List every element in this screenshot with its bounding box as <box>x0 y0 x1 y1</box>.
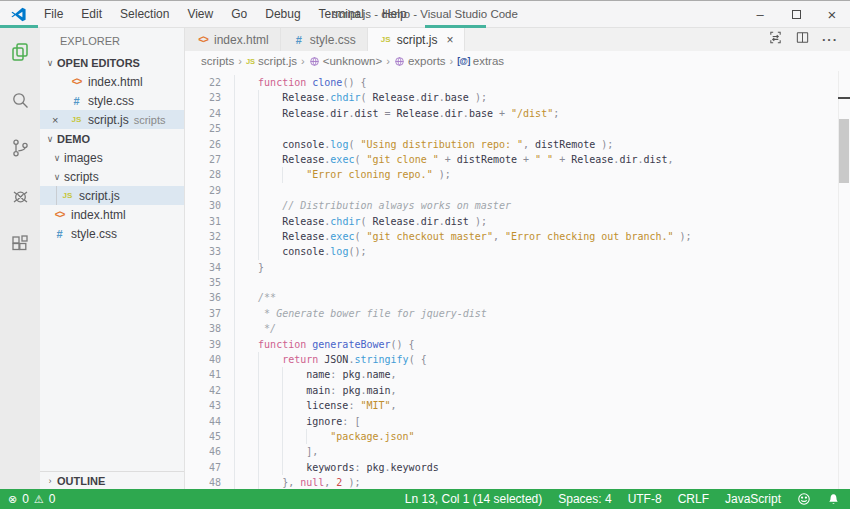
line-number[interactable]: 33 <box>185 244 221 259</box>
breadcrumb-item-scripts[interactable]: scripts <box>201 55 234 67</box>
encoding-status[interactable]: UTF-8 <box>628 492 662 506</box>
line-number[interactable]: 38 <box>185 321 221 336</box>
code-line-45[interactable]: 45"package.json" <box>185 429 850 444</box>
line-number[interactable]: 37 <box>185 306 221 321</box>
line-number[interactable]: 35 <box>185 275 221 290</box>
chevron-down-icon[interactable]: ∨ <box>50 153 64 163</box>
split-editor-icon[interactable] <box>795 30 810 49</box>
code-editor[interactable]: 22function clone() {23Release.chdir( Rel… <box>185 71 850 489</box>
tab-index.html[interactable]: <>index.html <box>185 28 281 51</box>
code-line-46[interactable]: 46], <box>185 444 850 459</box>
line-number[interactable]: 48 <box>185 475 221 489</box>
maximize-button[interactable] <box>778 1 814 27</box>
line-number[interactable]: 23 <box>185 90 221 105</box>
line-number[interactable]: 31 <box>185 214 221 229</box>
close-tab-icon[interactable]: × <box>446 33 453 47</box>
code-line-34[interactable]: 34} <box>185 260 850 275</box>
open-editor-index.html[interactable]: <>index.html <box>40 72 184 91</box>
eol-status[interactable]: CRLF <box>678 492 709 506</box>
code-line-25[interactable]: 25 <box>185 121 850 136</box>
menu-edit[interactable]: Edit <box>72 1 111 27</box>
line-number[interactable]: 28 <box>185 167 221 182</box>
notifications-bell-icon[interactable] <box>827 493 840 506</box>
line-number[interactable]: 22 <box>185 75 221 90</box>
tree-item-style.css[interactable]: #style.css <box>40 224 184 243</box>
line-number[interactable]: 26 <box>185 137 221 152</box>
code-line-40[interactable]: 40return JSON.stringify( { <box>185 352 850 367</box>
debug-icon[interactable] <box>0 172 40 220</box>
line-number[interactable]: 30 <box>185 198 221 213</box>
code-line-43[interactable]: 43license: "MIT", <box>185 398 850 413</box>
close-button[interactable]: × <box>814 1 850 27</box>
outline-header[interactable]: › OUTLINE <box>40 471 184 489</box>
minimize-button[interactable]: – <box>742 1 778 27</box>
menu-help[interactable]: Help <box>373 1 416 27</box>
chevron-down-icon[interactable]: ∨ <box>50 172 64 182</box>
problems-status[interactable]: ⊗ 0 ⚠ 0 <box>8 492 55 506</box>
code-line-48[interactable]: 48}, null, 2 ); <box>185 475 850 489</box>
code-line-41[interactable]: 41name: pkg.name, <box>185 367 850 382</box>
code-line-44[interactable]: 44ignore: [ <box>185 414 850 429</box>
code-line-23[interactable]: 23Release.chdir( Release.dir.base ); <box>185 90 850 105</box>
editor-scrollbar[interactable] <box>838 71 850 489</box>
line-number[interactable]: 34 <box>185 260 221 275</box>
close-editor-icon[interactable]: × <box>52 114 69 126</box>
line-number[interactable]: 47 <box>185 460 221 475</box>
open-changes-icon[interactable] <box>768 30 783 49</box>
tab-style.css[interactable]: #style.css <box>281 28 368 51</box>
code-line-27[interactable]: 27Release.exec( "git clone " + distRemot… <box>185 152 850 167</box>
code-line-24[interactable]: 24Release.dir.dist = Release.dir.base + … <box>185 106 850 121</box>
folder-section-header[interactable]: ∨ DEMO <box>40 129 184 148</box>
code-line-38[interactable]: 38 */ <box>185 321 850 336</box>
code-line-30[interactable]: 30// Distribution always works on master <box>185 198 850 213</box>
tree-item-images[interactable]: ∨images <box>40 148 184 167</box>
menu-view[interactable]: View <box>178 1 222 27</box>
tree-item-script.js[interactable]: JSscript.js <box>40 186 184 205</box>
breadcrumb-item-extras[interactable]: [@]extras <box>457 55 504 67</box>
code-line-36[interactable]: 36/** <box>185 290 850 305</box>
menu-file[interactable]: File <box>35 1 72 27</box>
line-number[interactable]: 39 <box>185 337 221 352</box>
open-editor-style.css[interactable]: #style.css <box>40 91 184 110</box>
code-line-35[interactable]: 35 <box>185 275 850 290</box>
menu-selection[interactable]: Selection <box>111 1 178 27</box>
code-line-31[interactable]: 31Release.chdir( Release.dir.dist ); <box>185 214 850 229</box>
breadcrumb-item-exports[interactable]: exports <box>394 55 446 67</box>
code-line-26[interactable]: 26console.log( "Using distribution repo:… <box>185 137 850 152</box>
line-number[interactable]: 24 <box>185 106 221 121</box>
line-number[interactable]: 36 <box>185 290 221 305</box>
menu-debug[interactable]: Debug <box>256 1 309 27</box>
line-number[interactable]: 44 <box>185 414 221 429</box>
line-number[interactable]: 29 <box>185 183 221 198</box>
line-number[interactable]: 41 <box>185 367 221 382</box>
code-line-47[interactable]: 47keywords: pkg.keywords <box>185 460 850 475</box>
feedback-smiley-icon[interactable] <box>797 492 811 506</box>
line-number[interactable]: 25 <box>185 121 221 136</box>
line-number[interactable]: 46 <box>185 444 221 459</box>
cursor-position[interactable]: Ln 13, Col 1 (14 selected) <box>405 492 542 506</box>
menu-terminal[interactable]: Terminal <box>310 1 373 27</box>
line-number[interactable]: 45 <box>185 429 221 444</box>
line-number[interactable]: 32 <box>185 229 221 244</box>
extensions-icon[interactable] <box>0 220 40 268</box>
explorer-icon[interactable] <box>0 28 40 76</box>
more-actions-icon[interactable]: ··· <box>822 32 838 47</box>
code-line-22[interactable]: 22function clone() { <box>185 75 850 90</box>
search-icon[interactable] <box>0 76 40 124</box>
tree-item-scripts[interactable]: ∨scripts <box>40 167 184 186</box>
code-line-28[interactable]: 28"Error cloning repo." ); <box>185 167 850 182</box>
line-number[interactable]: 43 <box>185 398 221 413</box>
indentation-status[interactable]: Spaces: 4 <box>558 492 611 506</box>
line-number[interactable]: 40 <box>185 352 221 367</box>
breadcrumb-item-script.js[interactable]: JSscript.js <box>246 55 297 67</box>
scrollbar-thumb[interactable] <box>839 119 849 183</box>
line-number[interactable]: 27 <box>185 152 221 167</box>
line-number[interactable]: 42 <box>185 383 221 398</box>
menu-go[interactable]: Go <box>222 1 256 27</box>
source-control-icon[interactable] <box>0 124 40 172</box>
tab-script.js[interactable]: JSscript.js× <box>368 28 466 51</box>
code-line-42[interactable]: 42main: pkg.main, <box>185 383 850 398</box>
code-line-33[interactable]: 33console.log(); <box>185 244 850 259</box>
breadcrumb-item-unknown[interactable]: <unknown> <box>309 55 382 67</box>
open-editors-header[interactable]: ∨ OPEN EDITORS <box>40 53 184 72</box>
